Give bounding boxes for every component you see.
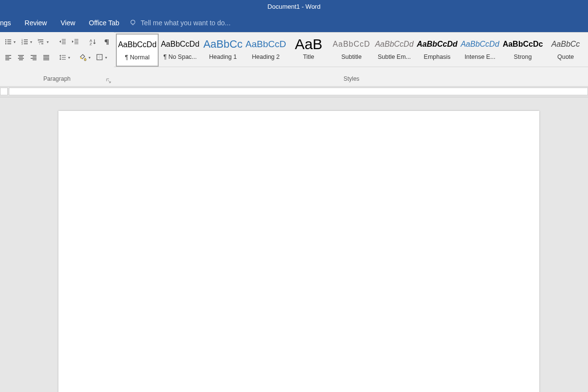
bullets-button[interactable]: ▼ <box>3 36 18 47</box>
decrease-indent-button[interactable] <box>57 36 68 47</box>
styles-body: AaBbCcDd¶ NormalAaBbCcDd¶ No Spac...AaBb… <box>114 32 588 75</box>
style-name: Quote <box>557 53 574 60</box>
group-label-paragraph: Paragraph <box>0 75 114 86</box>
style-item-quote[interactable]: AaBbCcQuote <box>544 34 587 67</box>
style-name: Heading 1 <box>209 53 237 60</box>
numbering-button[interactable]: 123 ▼ <box>19 36 34 47</box>
group-paragraph: ▼ 123 ▼ 1ai ▼ AZ <box>0 32 114 86</box>
style-name: Emphasis <box>424 53 451 60</box>
chevron-down-icon: ▼ <box>46 40 50 44</box>
style-preview: AaBbCc <box>203 37 243 52</box>
lightbulb-icon <box>129 19 137 27</box>
svg-point-3 <box>5 43 6 44</box>
multilevel-list-button[interactable]: 1ai ▼ <box>36 36 51 47</box>
svg-text:i: i <box>39 42 40 45</box>
ribbon-tab-strip: ngs Review View Office Tab Tell me what … <box>0 13 588 32</box>
style-item-title[interactable]: AaBTitle <box>287 34 330 67</box>
style-item-subtleem[interactable]: AaBbCcDdSubtle Em... <box>373 34 416 67</box>
svg-point-2 <box>5 41 6 42</box>
align-left-button[interactable] <box>3 52 14 63</box>
group-label-text: Styles <box>344 75 360 82</box>
chevron-down-icon: ▼ <box>13 40 17 44</box>
style-item-heading2[interactable]: AaBbCcDHeading 2 <box>244 34 287 67</box>
style-item-nospacing[interactable]: AaBbCcDd¶ No Spac... <box>159 34 202 67</box>
svg-point-1 <box>5 39 6 40</box>
svg-text:Z: Z <box>90 42 92 46</box>
style-name: Strong <box>514 53 532 60</box>
borders-button[interactable]: ▼ <box>94 52 109 63</box>
ruler-corner[interactable] <box>0 88 8 95</box>
increase-indent-button[interactable] <box>70 36 81 47</box>
style-item-emphasis[interactable]: AaBbCcDdEmphasis <box>416 34 459 67</box>
group-label-styles: Styles <box>114 75 588 86</box>
svg-point-0 <box>131 20 135 24</box>
paragraph-controls: ▼ 123 ▼ 1ai ▼ AZ <box>0 32 114 75</box>
style-preview: AaBbCcDd <box>375 37 413 52</box>
style-preview: AaBbCcDd <box>417 37 458 52</box>
group-label-text: Paragraph <box>43 75 71 82</box>
chevron-down-icon: ▼ <box>88 56 92 59</box>
line-spacing-button[interactable]: ▼ <box>57 52 72 63</box>
style-preview: AaBbCcDc <box>503 37 543 52</box>
svg-rect-13 <box>97 54 102 60</box>
tell-me-search[interactable]: Tell me what you want to do... <box>129 19 230 27</box>
paragraph-dialog-launcher[interactable] <box>106 78 112 84</box>
tab-review[interactable]: Review <box>18 13 54 32</box>
style-name: ¶ No Spac... <box>164 53 197 60</box>
align-right-button[interactable] <box>28 52 39 63</box>
sort-button[interactable]: AZ <box>88 36 98 47</box>
style-preview: AaBbCcD <box>245 37 286 52</box>
style-item-intenseem[interactable]: AaBbCcDdIntense E... <box>459 34 501 67</box>
style-name: Heading 2 <box>252 53 280 60</box>
tab-office-tab[interactable]: Office Tab <box>82 13 127 32</box>
ruler-area <box>0 87 588 97</box>
style-name: Intense E... <box>464 53 495 60</box>
document-page[interactable] <box>58 111 539 392</box>
chevron-down-icon: ▼ <box>68 56 71 59</box>
ribbon: ▼ 123 ▼ 1ai ▼ AZ <box>0 32 588 87</box>
shading-button[interactable]: ▼ <box>78 52 92 63</box>
show-paragraph-marks-button[interactable] <box>100 36 111 47</box>
style-item-subtitle[interactable]: AaBbCcDSubtitle <box>330 34 373 67</box>
align-center-button[interactable] <box>16 52 26 63</box>
style-preview: AaB <box>295 37 323 52</box>
tell-me-placeholder: Tell me what you want to do... <box>141 19 230 27</box>
document-area[interactable] <box>0 97 588 392</box>
style-preview: AaBbCcD <box>332 37 370 52</box>
title-bar: Document1 - Word <box>0 0 588 13</box>
tab-label: ngs <box>0 19 11 27</box>
tab-label: Office Tab <box>89 19 120 27</box>
chevron-down-icon: ▼ <box>30 40 33 44</box>
tab-label: Review <box>25 19 47 27</box>
tab-label: View <box>60 19 75 27</box>
tab-partial[interactable]: ngs <box>0 13 18 32</box>
style-name: Subtle Em... <box>378 53 411 60</box>
style-item-heading1[interactable]: AaBbCcHeading 1 <box>202 34 244 67</box>
svg-text:3: 3 <box>21 42 23 45</box>
window-title: Document1 - Word <box>268 3 321 10</box>
horizontal-ruler[interactable] <box>9 88 588 95</box>
chevron-down-icon: ▼ <box>105 56 108 59</box>
justify-button[interactable] <box>41 52 52 63</box>
group-styles: AaBbCcDd¶ NormalAaBbCcDd¶ No Spac...AaBb… <box>114 32 588 86</box>
style-item-normal[interactable]: AaBbCcDd¶ Normal <box>116 34 159 67</box>
style-preview: AaBbCcDd <box>460 37 499 52</box>
style-preview: AaBbCc <box>551 37 580 52</box>
style-preview: AaBbCcDd <box>161 37 199 52</box>
style-name: Subtitle <box>341 53 362 60</box>
styles-gallery[interactable]: AaBbCcDd¶ NormalAaBbCcDd¶ No Spac...AaBb… <box>114 32 588 67</box>
style-name: Title <box>303 53 314 60</box>
style-preview: AaBbCcDd <box>118 37 156 52</box>
style-item-strong[interactable]: AaBbCcDcStrong <box>501 34 544 67</box>
style-name: ¶ Normal <box>125 54 149 61</box>
tab-view[interactable]: View <box>54 13 82 32</box>
